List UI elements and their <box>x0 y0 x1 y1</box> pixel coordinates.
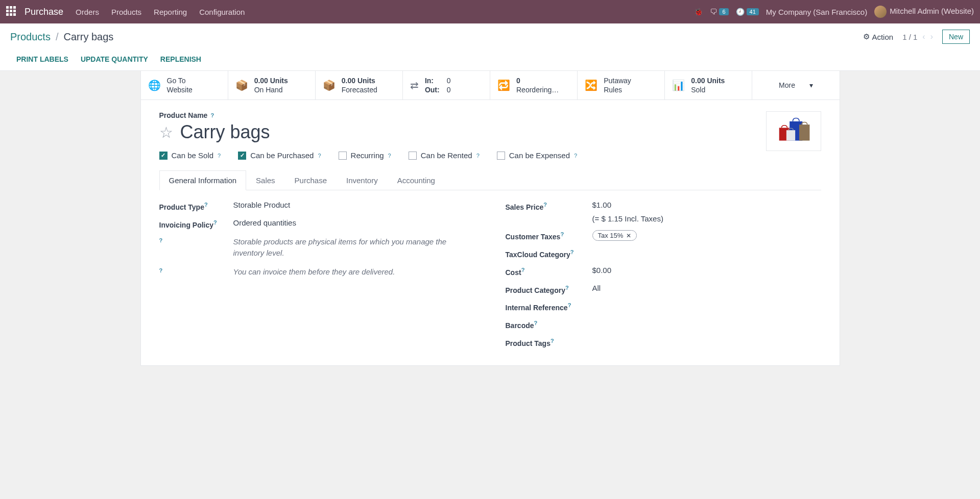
stat-forecasted[interactable]: 📦 0.00 UnitsForecasted <box>316 71 403 99</box>
menu-reporting[interactable]: Reporting <box>154 8 187 16</box>
arrows-icon: ⇄ <box>410 79 419 91</box>
check-recurring[interactable]: Recurring? <box>339 151 391 160</box>
help-icon[interactable]: ? <box>476 153 480 159</box>
help-icon[interactable]: ? <box>159 237 163 243</box>
tab-accounting[interactable]: Accounting <box>388 170 445 190</box>
help-icon[interactable]: ? <box>159 267 163 273</box>
sales-price-value[interactable]: $1.00 <box>592 201 821 209</box>
help-icon[interactable]: ? <box>318 153 321 159</box>
header-bar: Products / Carry bags ⚙Action 1 / 1 ‹ › … <box>0 23 980 71</box>
help-icon[interactable]: ? <box>574 153 577 159</box>
messages-badge: 6 <box>719 8 728 15</box>
cubes-icon: 📦 <box>323 79 336 91</box>
top-navbar: Purchase Orders Products Reporting Confi… <box>0 0 980 23</box>
menu-orders[interactable]: Orders <box>76 8 99 16</box>
activities-icon[interactable]: 🕘41 <box>736 8 759 16</box>
internal-reference-label: Internal Reference <box>506 304 568 312</box>
tax-tag[interactable]: Tax 15%✕ <box>592 230 637 241</box>
pager-prev[interactable]: ‹ <box>922 32 925 41</box>
product-type-value[interactable]: Storable Product <box>233 201 475 209</box>
avatar <box>874 6 887 18</box>
update-quantity-button[interactable]: UPDATE QUANTITY <box>81 55 148 63</box>
tag-remove-icon[interactable]: ✕ <box>626 232 631 239</box>
action-menu[interactable]: ⚙Action <box>863 32 893 41</box>
check-can-be-rented[interactable]: Can be Rented? <box>409 151 480 160</box>
bags-icon <box>773 117 814 145</box>
help-icon[interactable]: ? <box>204 202 208 208</box>
pager-text: 1 / 1 <box>902 33 917 41</box>
messages-icon[interactable]: 🗨6 <box>710 8 728 16</box>
help-icon[interactable]: ? <box>551 338 554 344</box>
tabs: General Information Sales Purchase Inven… <box>159 170 821 190</box>
helper-text-1: Storable products are physical items for… <box>233 236 475 259</box>
help-icon[interactable]: ? <box>565 285 569 291</box>
help-icon[interactable]: ? <box>570 249 574 255</box>
stat-inout[interactable]: ⇄ In:0 Out:0 <box>403 71 490 99</box>
stat-sold[interactable]: 📊 0.00 UnitsSold <box>665 71 752 99</box>
apps-icon[interactable] <box>6 6 17 17</box>
replenish-button[interactable]: REPLENISH <box>160 55 201 63</box>
stat-website[interactable]: 🌐 Go ToWebsite <box>141 71 228 99</box>
stat-bar: 🌐 Go ToWebsite 📦 0.00 UnitsOn Hand 📦 0.0… <box>141 71 840 100</box>
product-name[interactable]: Carry bags <box>180 121 270 143</box>
refresh-icon: 🔁 <box>497 79 510 91</box>
company-selector[interactable]: My Company (San Francisco) <box>766 8 867 16</box>
stat-more[interactable]: More ▾ <box>752 71 839 99</box>
product-image[interactable] <box>766 111 821 151</box>
caret-down-icon: ▾ <box>809 81 813 89</box>
stat-putaway[interactable]: 🔀 PutawayRules <box>578 71 665 99</box>
chart-icon: 📊 <box>672 79 685 91</box>
product-name-label: Product Name <box>159 111 208 119</box>
product-tags-label: Product Tags <box>506 339 551 347</box>
help-icon[interactable]: ? <box>218 153 221 159</box>
barcode-label: Barcode <box>506 321 534 330</box>
random-icon: 🔀 <box>585 79 597 91</box>
help-icon[interactable]: ? <box>210 112 214 118</box>
invoicing-policy-value[interactable]: Ordered quantities <box>233 218 475 227</box>
cost-value[interactable]: $0.00 <box>592 266 821 275</box>
stat-onhand[interactable]: 📦 0.00 UnitsOn Hand <box>228 71 316 99</box>
sales-price-incl: (= $ 1.15 Incl. Taxes) <box>592 214 821 223</box>
pager: 1 / 1 ‹ › <box>902 32 933 41</box>
breadcrumb-separator: / <box>56 31 59 43</box>
help-icon[interactable]: ? <box>521 267 525 273</box>
menu-products[interactable]: Products <box>111 8 141 16</box>
check-can-be-sold[interactable]: Can be Sold? <box>159 151 221 160</box>
product-category-value[interactable]: All <box>592 284 821 292</box>
debug-icon[interactable]: 🐞 <box>694 8 703 16</box>
check-can-be-expensed[interactable]: Can be Expensed? <box>497 151 577 160</box>
breadcrumb-products[interactable]: Products <box>10 31 51 43</box>
help-icon[interactable]: ? <box>560 231 564 237</box>
helper-text-2: You can invoice them before they are del… <box>233 266 475 278</box>
sales-price-label: Sales Price <box>506 203 544 211</box>
taxcloud-label: TaxCloud Category <box>506 251 570 259</box>
tab-sales[interactable]: Sales <box>246 170 285 190</box>
tab-purchase[interactable]: Purchase <box>285 170 337 190</box>
help-icon[interactable]: ? <box>213 219 217 226</box>
cubes-icon: 📦 <box>235 79 248 91</box>
favorite-star-icon[interactable]: ☆ <box>159 123 173 141</box>
product-type-label: Product Type <box>159 203 204 211</box>
customer-taxes-label: Customer Taxes <box>506 233 561 241</box>
app-name: Purchase <box>25 7 63 17</box>
help-icon[interactable]: ? <box>534 320 538 326</box>
menu-configuration[interactable]: Configuration <box>199 8 245 16</box>
print-labels-button[interactable]: PRINT LABELS <box>16 55 68 63</box>
help-icon[interactable]: ? <box>543 202 547 208</box>
tab-general-information[interactable]: General Information <box>159 170 247 190</box>
tab-inventory[interactable]: Inventory <box>337 170 388 190</box>
pager-next[interactable]: › <box>930 32 933 41</box>
svg-rect-3 <box>786 130 795 140</box>
stat-reordering[interactable]: 🔁 0Reordering… <box>490 71 578 99</box>
activities-badge: 41 <box>747 8 759 15</box>
cost-label: Cost <box>506 268 521 277</box>
check-can-be-purchased[interactable]: Can be Purchased? <box>238 151 321 160</box>
help-icon[interactable]: ? <box>568 302 571 308</box>
help-icon[interactable]: ? <box>388 153 391 159</box>
main-menu: Orders Products Reporting Configuration <box>76 8 245 16</box>
breadcrumb: Products / Carry bags <box>10 31 113 43</box>
product-category-label: Product Category <box>506 286 565 294</box>
user-menu[interactable]: Mitchell Admin (Website) <box>874 6 974 18</box>
breadcrumb-current: Carry bags <box>64 31 114 43</box>
new-button[interactable]: New <box>942 30 970 44</box>
